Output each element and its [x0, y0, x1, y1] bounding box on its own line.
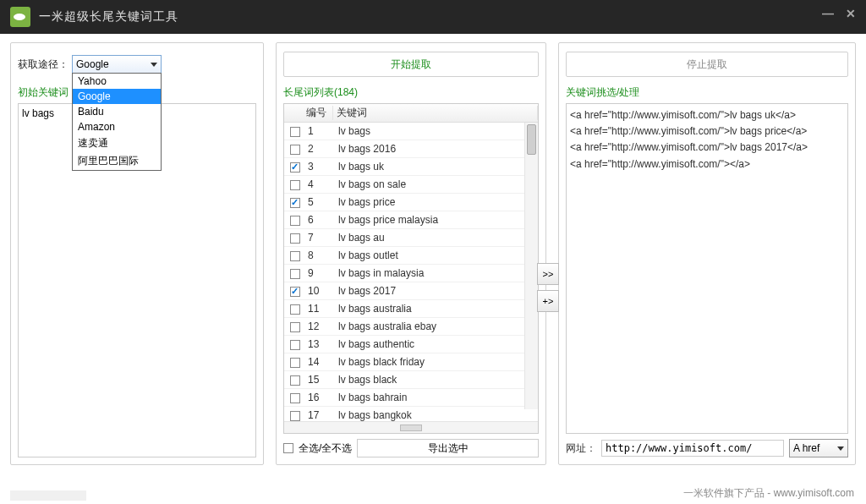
panel-seed: 获取途径： Google YahooGoogleBaiduAmazon速卖通阿里…	[10, 42, 264, 465]
row-number: 5	[304, 196, 335, 208]
header-keyword: 关键词	[333, 106, 538, 120]
row-checkbox[interactable]	[290, 162, 300, 173]
source-selected: Google	[76, 58, 109, 70]
row-checkbox[interactable]	[290, 233, 300, 244]
row-number: 6	[304, 214, 335, 226]
source-dropdown[interactable]: Google	[72, 55, 162, 74]
row-number: 13	[304, 338, 335, 350]
transfer-add-button[interactable]: +>	[537, 290, 559, 312]
footer-link[interactable]: www.yimisoft.com	[774, 487, 854, 499]
select-all-checkbox[interactable]	[283, 443, 293, 453]
row-keyword: lv bags	[335, 125, 538, 137]
export-selected-button[interactable]: 导出选中	[357, 439, 539, 457]
row-checkbox[interactable]	[290, 304, 300, 315]
row-checkbox[interactable]	[290, 358, 300, 368]
row-number: 15	[304, 374, 335, 386]
row-keyword: lv bags outlet	[335, 249, 538, 261]
row-keyword: lv bags price malaysia	[335, 214, 538, 226]
row-number: 9	[304, 267, 335, 279]
table-row[interactable]: 15lv bags black	[284, 371, 538, 389]
minimize-button[interactable]: —	[822, 7, 834, 20]
table-row[interactable]: 7lv bags au	[284, 229, 538, 247]
transfer-all-button[interactable]: >>	[537, 263, 559, 285]
row-checkbox[interactable]	[290, 127, 300, 137]
row-number: 14	[304, 356, 335, 368]
source-option[interactable]: Amazon	[73, 119, 161, 134]
list-label: 长尾词列表(184)	[283, 85, 539, 100]
row-keyword: lv bags au	[335, 232, 538, 244]
row-number: 8	[304, 249, 335, 261]
row-number: 7	[304, 232, 335, 244]
row-checkbox[interactable]	[290, 180, 300, 190]
row-checkbox[interactable]	[290, 251, 300, 261]
row-number: 4	[304, 178, 335, 190]
row-checkbox[interactable]	[290, 411, 300, 421]
format-dropdown[interactable]: A href	[789, 439, 848, 457]
url-label: 网址：	[566, 441, 596, 456]
row-keyword: lv bags australia	[335, 303, 538, 315]
chevron-down-icon	[151, 63, 157, 67]
row-keyword: lv bags on sale	[335, 178, 538, 190]
table-row[interactable]: 3lv bags uk	[284, 158, 538, 176]
table-row[interactable]: 8lv bags outlet	[284, 247, 538, 265]
row-checkbox[interactable]	[290, 287, 300, 297]
row-number: 1	[304, 125, 335, 137]
row-keyword: lv bags uk	[335, 161, 538, 173]
table-row[interactable]: 10lv bags 2017	[284, 282, 538, 300]
row-checkbox[interactable]	[290, 322, 300, 332]
row-keyword: lv bags in malaysia	[335, 267, 538, 279]
close-button[interactable]: ✕	[846, 7, 856, 20]
titlebar: 一米超级长尾关键词工具 — ✕	[0, 0, 866, 34]
window-controls: — ✕	[822, 7, 856, 20]
table-row[interactable]: 4lv bags on sale	[284, 176, 538, 194]
row-keyword: lv bags australia ebay	[335, 320, 538, 332]
horizontal-scrollbar[interactable]	[284, 421, 538, 433]
url-input[interactable]	[601, 440, 784, 457]
row-keyword: lv bags price	[335, 196, 538, 208]
source-option[interactable]: Google	[73, 89, 161, 104]
row-checkbox[interactable]	[290, 375, 300, 386]
footer-text: 一米软件旗下产品 -	[683, 487, 774, 499]
stop-extract-button[interactable]: 停止提取	[566, 52, 848, 77]
panel-result: 停止提取 关键词挑选/处理 <a href="http://www.yimiso…	[558, 42, 856, 465]
table-row[interactable]: 16lv bags bahrain	[284, 389, 538, 407]
app-title: 一米超级长尾关键词工具	[39, 9, 178, 25]
row-keyword: lv bags authentic	[335, 338, 538, 350]
row-keyword: lv bags black	[335, 374, 538, 386]
select-all-label: 全选/全不选	[299, 441, 352, 456]
row-checkbox[interactable]	[290, 340, 300, 350]
table-row[interactable]: 9lv bags in malaysia	[284, 265, 538, 282]
vertical-scrollbar[interactable]	[524, 123, 538, 409]
status-bar	[10, 490, 86, 501]
table-row[interactable]: 11lv bags australia	[284, 300, 538, 318]
row-number: 3	[304, 161, 335, 173]
table-row[interactable]: 2lv bags 2016	[284, 140, 538, 158]
table-row[interactable]: 5lv bags price	[284, 194, 538, 211]
row-number: 16	[304, 392, 335, 403]
row-number: 2	[304, 143, 335, 155]
row-checkbox[interactable]	[290, 216, 300, 226]
keyword-table: 编号 关键词 1lv bags2lv bags 20163lv bags uk4…	[283, 103, 539, 434]
row-keyword: lv bags 2016	[335, 143, 538, 155]
row-checkbox[interactable]	[290, 269, 300, 279]
table-row[interactable]: 1lv bags	[284, 123, 538, 140]
table-row[interactable]: 6lv bags price malaysia	[284, 211, 538, 229]
row-keyword: lv bags black friday	[335, 356, 538, 368]
source-dropdown-list: YahooGoogleBaiduAmazon速卖通阿里巴巴国际	[72, 73, 162, 171]
table-row[interactable]: 17lv bags bangkok	[284, 407, 538, 421]
row-checkbox[interactable]	[290, 198, 300, 208]
result-label: 关键词挑选/处理	[566, 85, 848, 100]
table-row[interactable]: 13lv bags authentic	[284, 336, 538, 353]
source-option[interactable]: Baidu	[73, 104, 161, 119]
header-no: 编号	[303, 106, 333, 120]
source-option[interactable]: 阿里巴巴国际	[73, 152, 161, 170]
row-checkbox[interactable]	[290, 393, 300, 403]
table-row[interactable]: 12lv bags australia ebay	[284, 318, 538, 336]
table-row[interactable]: 14lv bags black friday	[284, 353, 538, 371]
start-extract-button[interactable]: 开始提取	[283, 52, 539, 77]
source-option[interactable]: 速卖通	[73, 134, 161, 152]
row-number: 10	[304, 285, 335, 297]
row-checkbox[interactable]	[290, 145, 300, 155]
result-textarea[interactable]: <a href="http://www.yimisoft.com/">lv ba…	[566, 103, 848, 434]
source-option[interactable]: Yahoo	[73, 74, 161, 89]
